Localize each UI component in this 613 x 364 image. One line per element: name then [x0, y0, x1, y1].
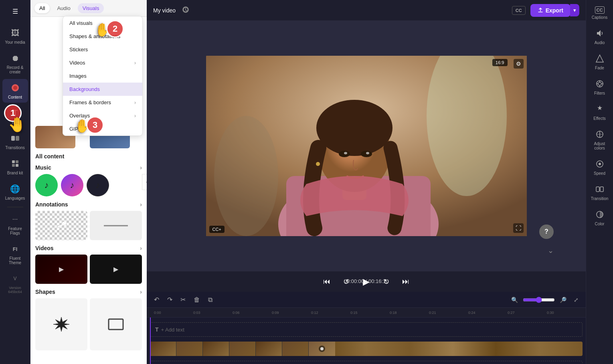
hamburger-button[interactable]: ☰: [2, 3, 28, 19]
dropdown-item-videos[interactable]: Videos ›: [63, 56, 142, 69]
shape-burst[interactable]: [35, 298, 87, 350]
zoom-out-button[interactable]: 🔍: [509, 295, 520, 305]
save-status-icon[interactable]: [182, 6, 189, 15]
videos-section-header[interactable]: Videos ›: [35, 245, 142, 251]
right-item-transition[interactable]: Transition: [588, 180, 612, 204]
audio-label: Audio: [595, 40, 605, 45]
languages-icon: 🌐: [10, 183, 21, 194]
annotation-arrow[interactable]: ↙: [35, 211, 87, 240]
video-thumb-2[interactable]: ▶: [90, 255, 142, 284]
playhead[interactable]: [150, 317, 151, 364]
right-item-fade[interactable]: Fade: [588, 50, 612, 73]
dropdown-item-overlays[interactable]: Overlays ›: [63, 109, 142, 122]
cut-button[interactable]: ✂: [178, 294, 188, 305]
upload-icon: [538, 8, 543, 13]
sidebar-item-your-media[interactable]: 🖼 Your media: [2, 24, 28, 48]
timeline-container: ↶ ↷ ✂ 🗑 ⧉ 🔍 🔎 ⤢ 0:00: [147, 292, 586, 364]
export-button[interactable]: Export: [530, 4, 571, 17]
right-item-effects[interactable]: Effects: [588, 100, 612, 124]
svg-point-1: [13, 86, 17, 90]
sidebar-item-feature-flags[interactable]: ··· Feature Flags: [2, 210, 28, 239]
timeline-body: 0:00 0:03 0:06 0:09 0:12 0:15 0:18 0:21 …: [147, 308, 586, 364]
svg-point-18: [339, 151, 350, 157]
project-title: My video: [153, 7, 176, 14]
duplicate-button[interactable]: ⧉: [206, 295, 215, 305]
music-section-header[interactable]: Music ›: [35, 164, 142, 171]
svg-point-30: [599, 163, 601, 165]
video-preview: ⚙ 16:9 CC+ ⛶: [206, 56, 527, 236]
dropdown-item-all-visuals[interactable]: All visuals: [63, 16, 142, 30]
svg-marker-25: [596, 55, 603, 62]
right-item-speed[interactable]: Speed: [588, 155, 612, 179]
sidebar-item-fluent-theme[interactable]: Fl Fluent Theme: [2, 240, 28, 268]
dropdown-item-shapes[interactable]: Shapes & annotations: [63, 30, 142, 43]
videos-chevron[interactable]: ›: [140, 245, 142, 251]
video-track-clip[interactable]: [150, 342, 583, 356]
right-item-audio[interactable]: Audio: [588, 24, 612, 48]
redo-button[interactable]: ↷: [165, 294, 175, 305]
music-chevron[interactable]: ›: [140, 164, 142, 171]
music-item-1[interactable]: ♪: [35, 174, 58, 196]
shape-rect[interactable]: [90, 298, 142, 350]
shapes-section-header[interactable]: Shapes ›: [35, 289, 142, 295]
undo-button[interactable]: ↶: [152, 294, 162, 305]
panel-collapse-button[interactable]: ‹: [142, 174, 147, 190]
delete-button[interactable]: 🗑: [191, 295, 202, 305]
music-item-2[interactable]: ♪: [61, 174, 83, 196]
right-item-adjust-colors[interactable]: Adjust colors: [588, 125, 612, 154]
add-audio-button[interactable]: ♪ + Add audio: [150, 361, 583, 364]
video-frame-6: [282, 342, 309, 356]
dropdown-item-stickers[interactable]: Stickers: [63, 43, 142, 56]
sidebar-item-languages[interactable]: 🌐 Languages: [2, 180, 28, 204]
text-icon: T: [10, 107, 21, 119]
annotation-items: ↙: [35, 211, 142, 240]
preview-section: ⚙ 16:9 CC+ ⛶ ? ⌄ ⏮ ↺ ▶ ↻ ⏭ 00:00:00 / 00…: [147, 21, 586, 364]
sidebar-item-content[interactable]: Content: [2, 79, 28, 103]
dropdown-item-images[interactable]: Images: [63, 69, 142, 83]
add-text-button[interactable]: T + Add text: [150, 322, 583, 337]
music-item-3[interactable]: ♪: [87, 174, 109, 196]
sidebar-item-version[interactable]: V Version645bc64: [2, 270, 28, 297]
svg-point-22: [316, 162, 320, 166]
captions-button[interactable]: CC: [512, 6, 526, 15]
shapes-chevron[interactable]: ›: [140, 289, 142, 295]
video-thumb-1[interactable]: ▶: [35, 255, 87, 284]
ruler-mark-27: 0:27: [507, 311, 546, 315]
zoom-slider[interactable]: [523, 297, 555, 303]
help-button[interactable]: ?: [539, 224, 554, 239]
video-frame-2: [176, 342, 203, 356]
export-dropdown-button[interactable]: ▾: [570, 4, 579, 16]
ruler-mark-21: 0:21: [428, 311, 467, 315]
sidebar-item-record[interactable]: ⏺ Record &create: [2, 49, 28, 77]
skip-to-start-button[interactable]: ⏮: [320, 276, 334, 287]
sidebar-item-brand-kit[interactable]: Brand kit: [2, 155, 28, 178]
tab-visuals[interactable]: Visuals: [78, 3, 104, 13]
video-frame-5: [256, 342, 282, 356]
tab-all[interactable]: All: [34, 3, 50, 13]
dropdown-item-backgrounds[interactable]: Backgrounds: [63, 83, 142, 96]
dropdown-item-frames[interactable]: Frames & borders ›: [63, 96, 142, 109]
ruler-mark-24: 0:24: [467, 311, 507, 315]
fullscreen-button[interactable]: ⛶: [513, 223, 524, 233]
annotations-chevron[interactable]: ›: [140, 201, 142, 208]
arrow-icon: ↙: [54, 216, 69, 235]
skip-to-end-button[interactable]: ⏭: [399, 276, 413, 287]
right-item-filters[interactable]: Filters: [588, 75, 612, 99]
sidebar-item-transitions[interactable]: Transitions: [2, 129, 28, 153]
preview-settings-button[interactable]: ⚙: [514, 59, 524, 69]
sidebar-item-text[interactable]: T Text: [2, 104, 28, 128]
cc-overlay-button[interactable]: CC+: [209, 226, 225, 233]
annotations-section-header[interactable]: Annotations ›: [35, 201, 142, 208]
zoom-controls: 🔍 🔎 ⤢: [509, 295, 581, 305]
panel-area: All Audio Visuals All visuals Shapes & a…: [30, 0, 147, 364]
scroll-down-icon[interactable]: ⌄: [548, 246, 554, 255]
right-item-captions[interactable]: CC Captions: [588, 3, 612, 23]
annotation-line[interactable]: [90, 211, 142, 240]
right-item-color[interactable]: Color: [588, 206, 612, 229]
tab-audio[interactable]: Audio: [52, 3, 75, 13]
dropdown-item-giphy[interactable]: GIPHY: [63, 122, 142, 135]
audio-icon: [594, 28, 605, 39]
record-icon: ⏺: [10, 53, 21, 64]
zoom-in-button[interactable]: 🔎: [557, 295, 569, 305]
fit-button[interactable]: ⤢: [571, 295, 581, 305]
